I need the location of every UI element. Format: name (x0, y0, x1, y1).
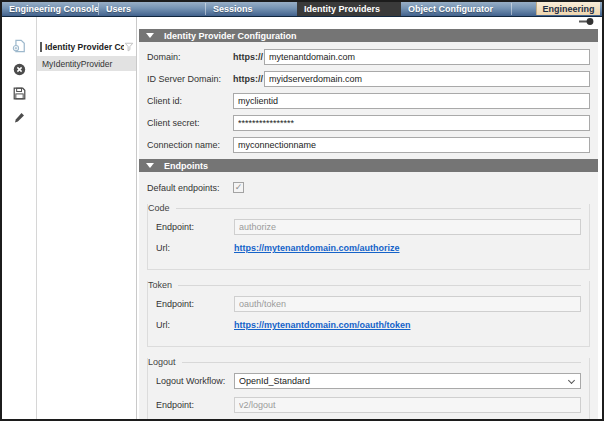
client-id-label: Client id: (147, 96, 233, 106)
config-section-content: Domain: https:// ID Server Domain: https… (139, 42, 598, 159)
endpoints-section-content: Default endpoints: Code Endpoint: Url: (139, 172, 598, 421)
list-panel-header: Identity Provider Conf (37, 40, 136, 54)
code-endpoint-input[interactable] (234, 219, 581, 235)
logout-endpoint-input[interactable] (234, 397, 581, 413)
token-endpoint-label: Endpoint: (156, 299, 234, 309)
list-panel-title: Identity Provider Conf (45, 42, 124, 52)
code-url-row: Url: https://mytenantdomain.com/authoriz… (148, 243, 581, 253)
id-server-https-prefix: https:// (233, 74, 264, 84)
logout-group-header: Logout (148, 357, 581, 367)
delete-button[interactable] (11, 62, 27, 77)
token-endpoint-row: Endpoint: (148, 296, 581, 312)
token-url-row: Url: https://mytenantdomain.com/oauth/to… (148, 320, 581, 330)
client-secret-row: Client secret: (147, 115, 590, 131)
code-url-label: Url: (156, 243, 234, 253)
endpoints-section-title: Endpoints (164, 161, 208, 171)
client-id-row: Client id: (147, 93, 590, 109)
window-body: Identity Provider Conf MyIdentityProvide… (2, 17, 602, 419)
code-group: Code Endpoint: Url: https://mytenantdoma… (147, 204, 590, 270)
config-section-header[interactable]: Identity Provider Configuration (139, 29, 598, 42)
token-url-link[interactable]: https://mytenantdomain.com/oauth/token (234, 320, 411, 330)
top-tab-bar: Engineering Console Users Sessions Ident… (2, 2, 602, 17)
engineering-button[interactable]: Engineering (536, 2, 600, 15)
connection-name-input[interactable] (233, 137, 590, 153)
default-endpoints-checkbox[interactable] (233, 182, 244, 193)
default-endpoints-row: Default endpoints: (147, 182, 590, 193)
logout-group: Logout Logout Workflow: OpenId_Standard … (147, 358, 590, 421)
logout-workflow-value: OpenId_Standard (239, 376, 565, 386)
save-button[interactable] (11, 86, 27, 101)
logout-workflow-row: Logout Workflow: OpenId_Standard (148, 373, 581, 389)
client-secret-label: Client secret: (147, 118, 233, 128)
tabbar-spacer (512, 2, 536, 16)
tab-engineering-console[interactable]: Engineering Console (2, 2, 98, 16)
code-endpoint-row: Endpoint: (148, 219, 581, 235)
tab-object-configurator[interactable]: Object Configurator (401, 2, 511, 16)
connection-name-row: Connection name: (147, 137, 590, 153)
domain-https-prefix: https:// (233, 52, 264, 62)
logout-group-title: Logout (148, 357, 182, 367)
client-secret-input[interactable] (233, 115, 590, 131)
tab-identity-providers[interactable]: Identity Providers (297, 2, 401, 16)
token-group-title: Token (148, 280, 178, 290)
id-server-domain-input[interactable] (264, 71, 590, 87)
logout-endpoint-row: Endpoint: (148, 397, 581, 413)
token-group-header: Token (148, 280, 581, 290)
delete-icon (13, 63, 26, 76)
app-window: Engineering Console Users Sessions Ident… (0, 0, 604, 421)
code-url-link[interactable]: https://mytenantdomain.com/authorize (234, 243, 400, 253)
new-item-button[interactable] (11, 38, 27, 53)
group-divider (182, 362, 581, 363)
domain-label: Domain: (147, 52, 233, 62)
new-item-icon (12, 39, 26, 53)
logout-endpoint-label: Endpoint: (156, 400, 234, 410)
left-toolbar (2, 17, 37, 419)
collapse-triangle-icon (146, 163, 154, 168)
tab-users[interactable]: Users (99, 2, 205, 16)
identity-provider-list-panel: Identity Provider Conf MyIdentityProvide… (37, 17, 137, 419)
group-divider (178, 285, 581, 286)
filter-icon[interactable] (124, 42, 134, 52)
token-endpoint-input[interactable] (234, 296, 581, 312)
token-url-label: Url: (156, 320, 234, 330)
main-panel: Identity Provider Configuration Domain: … (137, 17, 602, 419)
chevron-down-icon (568, 376, 575, 383)
client-id-input[interactable] (233, 93, 590, 109)
code-group-title: Code (148, 203, 176, 213)
id-server-domain-row: ID Server Domain: https:// (147, 71, 590, 87)
code-group-header: Code (148, 203, 581, 213)
edit-button[interactable] (11, 110, 27, 125)
default-endpoints-label: Default endpoints: (147, 183, 233, 193)
logout-workflow-label: Logout Workflow: (156, 376, 234, 386)
connection-name-label: Connection name: (147, 140, 233, 150)
panel-top-strip (139, 17, 598, 29)
domain-input[interactable] (264, 49, 590, 65)
domain-row: Domain: https:// (147, 49, 590, 65)
save-icon (13, 87, 26, 100)
id-server-domain-label: ID Server Domain: (147, 74, 233, 84)
logout-workflow-select[interactable]: OpenId_Standard (234, 373, 581, 389)
tab-sessions[interactable]: Sessions (206, 2, 297, 16)
token-group: Token Endpoint: Url: https://mytenantdom… (147, 281, 590, 347)
edit-icon (13, 111, 26, 124)
group-divider (176, 208, 581, 209)
pin-icon[interactable] (579, 17, 594, 26)
list-header-accent (40, 42, 42, 52)
config-section-title: Identity Provider Configuration (164, 31, 297, 41)
code-endpoint-label: Endpoint: (156, 222, 234, 232)
endpoints-section-header[interactable]: Endpoints (139, 159, 598, 172)
collapse-triangle-icon (146, 33, 154, 38)
list-item-myidentityprovider[interactable]: MyIdentityProvider (37, 56, 136, 71)
